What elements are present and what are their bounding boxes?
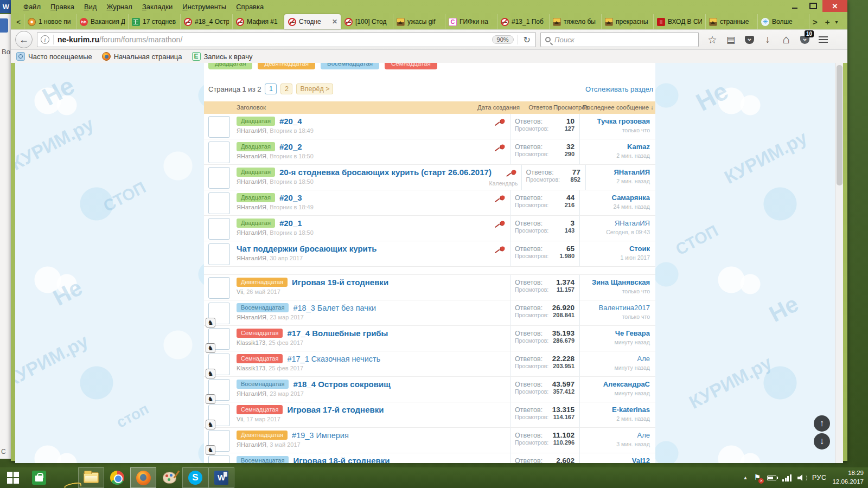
browser-tab[interactable]: тяжело бы [549, 14, 601, 29]
keyboard-language-indicator[interactable]: РУС [812, 474, 827, 481]
browser-tab[interactable]: ужасы gif [393, 14, 445, 29]
last-poster-link[interactable]: Валентина2017 [583, 304, 650, 312]
avatar[interactable]: ♞ [208, 218, 230, 240]
topic-author[interactable]: Klassik173 [237, 339, 265, 346]
browser-tab[interactable]: ГИФки на [445, 14, 497, 29]
tab-list-dropdown[interactable]: ▾ [835, 19, 838, 25]
taskbar-icon-skype[interactable] [182, 467, 208, 488]
bookmark-item[interactable]: Часто посещаемые [16, 52, 92, 61]
topic-tag[interactable]: Восемнадцатая [237, 380, 289, 389]
menu-item[interactable]: Журнал [101, 2, 137, 12]
last-poster-link[interactable]: Val12 [583, 457, 650, 463]
last-poster-link[interactable]: Стоик [583, 245, 650, 253]
topic-tag[interactable]: Двадцатая [237, 168, 275, 177]
topic-tag[interactable]: Восемнадцатая [237, 303, 289, 312]
browser-tab[interactable]: Стодне ✕ [284, 14, 341, 29]
search-bar[interactable]: Поиск [540, 32, 699, 47]
topic-title-link[interactable]: #18_3 Балет без пачки [293, 304, 376, 312]
menu-item[interactable]: Вид [79, 2, 102, 12]
minimize-button[interactable] [786, 0, 804, 12]
menu-item[interactable]: Справка [231, 2, 269, 12]
last-poster-link[interactable]: Але [583, 431, 650, 439]
filter-pill[interactable]: Двадцатая [208, 63, 252, 69]
browser-tab[interactable]: #18_4 Остр [180, 14, 232, 29]
adblock-icon[interactable]: 10 [796, 31, 813, 48]
header-created[interactable]: Дата создания [459, 104, 520, 111]
topic-title-link[interactable]: #20_1 [279, 219, 302, 228]
reading-list-icon[interactable] [723, 31, 739, 48]
menu-item[interactable]: Закладки [137, 2, 177, 12]
topic-title-link[interactable]: #17_4 Волшебные грибы [287, 329, 388, 338]
topic-author[interactable]: ЯНаталИЯ [237, 127, 266, 134]
menu-item[interactable]: Правка [46, 2, 79, 12]
topic-title-link[interactable]: #20_3 [279, 193, 302, 202]
background-window[interactable]: Во С [0, 14, 12, 459]
avatar[interactable]: ♞ [208, 277, 230, 299]
browser-tab[interactable]: странные [705, 14, 757, 29]
last-poster-link[interactable]: Самарянка [583, 194, 650, 202]
browser-tab[interactable]: прекрасны [601, 14, 653, 29]
browser-tab[interactable]: Волше [757, 14, 809, 29]
taskbar-icon-ie[interactable] [52, 467, 78, 488]
scroll-to-bottom-button[interactable]: ↓ [814, 433, 830, 450]
avatar[interactable]: ♞ [208, 455, 230, 463]
page-number-button[interactable]: 1 [265, 84, 277, 94]
battery-icon[interactable] [767, 476, 776, 480]
menu-item[interactable]: Файл [18, 2, 46, 12]
browser-tab[interactable]: #13_1 Поб [497, 14, 549, 29]
back-button[interactable]: ← [15, 31, 33, 48]
topic-author[interactable]: Vii [237, 416, 243, 422]
topic-tag[interactable]: Двадцатая [237, 219, 275, 228]
bookmark-star-icon[interactable]: ☆ [704, 31, 720, 48]
tab-close-icon[interactable]: ✕ [331, 18, 337, 25]
url-text[interactable]: ne-kurim.ru/forum/forums/marathon/ [58, 35, 488, 44]
avatar[interactable]: ♞ [208, 142, 230, 163]
topic-author[interactable]: ЯНаталИЯ [237, 153, 266, 159]
last-poster-link[interactable]: АлександраС [583, 380, 650, 388]
topic-title-link[interactable]: #18_4 Остров сокровищ [293, 380, 390, 389]
topic-title-link[interactable]: Игровая 18-й стодневки [293, 456, 390, 463]
scrollbar-thumb[interactable] [837, 65, 843, 185]
close-button[interactable] [822, 0, 847, 12]
network-signal-icon[interactable] [782, 474, 792, 481]
home-icon[interactable]: ⌂ [778, 31, 794, 48]
reload-button[interactable]: ↻ [522, 35, 532, 45]
tab-scroll-left-button[interactable]: < [13, 14, 24, 29]
topic-tag[interactable]: Девятнадцатая [237, 278, 288, 287]
last-poster-link[interactable]: E-katerinas [583, 406, 650, 414]
browser-tab[interactable]: 1 новое пи [24, 14, 76, 29]
topic-title-link[interactable]: #19_3 Империя [292, 431, 349, 440]
filter-pill[interactable]: Девятнадцатая [258, 63, 315, 69]
maximize-button[interactable] [804, 0, 822, 12]
tray-hidden-icons-chevron[interactable]: ▲ [743, 475, 748, 480]
topic-title-link[interactable]: 20-я стодневка бросающих курить (старт 2… [279, 168, 492, 177]
taskbar-icon-paint[interactable] [156, 467, 182, 488]
taskbar-icon-chrome[interactable] [104, 467, 130, 488]
taskbar-icon-firefox[interactable] [130, 467, 156, 488]
topic-author[interactable]: ЯНаталИЯ [237, 255, 266, 261]
filter-pill[interactable]: Семнадцатая [385, 63, 437, 69]
avatar[interactable]: ♞ [208, 404, 230, 426]
volume-icon[interactable] [797, 474, 806, 481]
last-poster-link[interactable]: Kamaz [583, 143, 650, 151]
word-window-corner-icon[interactable]: W [0, 0, 12, 13]
avatar[interactable]: ♞ [208, 328, 230, 350]
browser-tab[interactable]: [100] Стод [341, 14, 393, 29]
last-poster-link[interactable]: ЯНаталИЯ [583, 219, 650, 227]
topic-author[interactable]: Vii [237, 288, 243, 295]
topic-tag[interactable]: Двадцатая [237, 117, 275, 126]
topic-author[interactable]: ЯНаталИЯ [237, 390, 266, 397]
header-views[interactable]: Просмотров [553, 104, 580, 111]
topic-title-link[interactable]: #17_1 Сказочная нечисть [287, 355, 380, 363]
browser-tab[interactable]: Мафия #1 [232, 14, 284, 29]
avatar[interactable]: ♞ [208, 303, 230, 324]
taskbar-clock[interactable]: 18:29 12.06.2017 [832, 469, 864, 486]
last-poster-link[interactable]: Тучка грозовая [583, 117, 650, 125]
topic-author[interactable]: ЯНаталИЯ [237, 314, 266, 320]
topic-author[interactable]: ЯНаталИЯ [237, 229, 266, 236]
topic-author[interactable]: Klassik173 [237, 365, 265, 371]
topic-tag[interactable]: Двадцатая [237, 142, 275, 151]
filter-pill[interactable]: Восемнадцатая [321, 63, 379, 69]
topic-tag[interactable]: Восемнадцатая [237, 456, 289, 463]
avatar[interactable]: ♞ [208, 243, 230, 265]
